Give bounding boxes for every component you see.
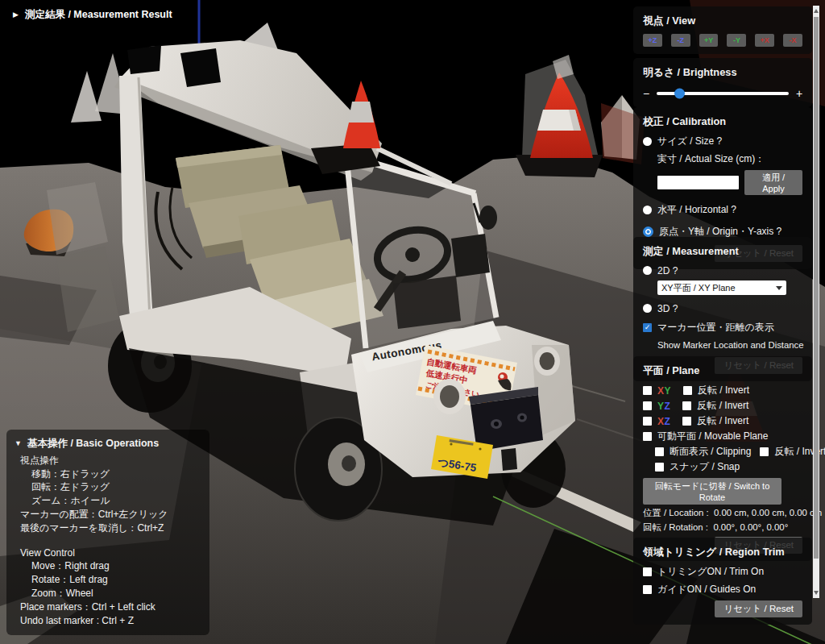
- axis-y-letter: Y: [657, 401, 665, 412]
- basic-operations-title: 基本操作 / Basic Operations: [27, 437, 159, 451]
- side-mirror: [479, 206, 497, 230]
- trim-on-label: トリミングON / Trim On: [657, 565, 764, 579]
- rotation-label: 回転 / Rotation :: [643, 522, 708, 532]
- plane-xy-checkbox[interactable]: [643, 386, 652, 395]
- basic-operations-toggle[interactable]: ▼ 基本操作 / Basic Operations: [15, 437, 201, 451]
- view-minus-z-button[interactable]: -Z: [671, 34, 690, 47]
- guides-on-checkbox[interactable]: [643, 585, 652, 594]
- switch-rotate-button[interactable]: 回転モードに切替 / Switch to Rotate: [643, 478, 781, 505]
- size-radio[interactable]: [643, 137, 652, 146]
- axis-z-letter: Z: [665, 401, 671, 412]
- size-label: サイズ / Size ?: [657, 135, 722, 148]
- plane-select-value: XY平面 / XY Plane: [661, 282, 736, 294]
- plane-xz-label: XZ: [657, 416, 670, 427]
- show-marker-label-ja: マーカー位置・距離の表示: [657, 321, 774, 334]
- axis-x-letter: X: [657, 416, 665, 427]
- horizontal-radio[interactable]: [643, 206, 652, 214]
- plane-select[interactable]: XY平面 / XY Plane: [657, 280, 786, 295]
- region-trim-panel: 領域トリミング / Region Trim トリミングON / Trim On …: [633, 538, 812, 625]
- ops-item: Zoom：Wheel: [15, 587, 201, 600]
- axis-y-letter: Y: [665, 385, 672, 397]
- apply-button[interactable]: 適用 / Apply: [744, 170, 802, 195]
- ops-item: ズーム：ホイール: [15, 494, 201, 508]
- roof-mesh-hole: [180, 48, 221, 87]
- measure-3d-label: 3D ?: [657, 303, 678, 314]
- measurement-result-toggle[interactable]: ▶ 測定結果 / Measurement Result: [13, 8, 172, 22]
- ops-item: 移動：右ドラッグ: [15, 467, 201, 481]
- axis-z-letter: Z: [665, 416, 671, 427]
- movable-plane-label: 可動平面 / Movable Plane: [657, 430, 768, 443]
- movable-invert-checkbox[interactable]: [760, 447, 769, 456]
- expanded-arrow-icon: ▼: [15, 437, 22, 451]
- measure-2d-label: 2D ?: [657, 265, 678, 276]
- headlight-left: [433, 379, 466, 414]
- scroll-down-icon[interactable]: [814, 591, 819, 595]
- show-marker-checkbox[interactable]: ✓: [643, 323, 652, 332]
- cart-dashboard: [393, 276, 461, 329]
- plane-panel-title: 平面 / Plane: [643, 364, 802, 378]
- ops-item: 最後のマーカーを取消し：Ctrl+Z: [15, 521, 201, 535]
- view-plus-z-button[interactable]: +Z: [643, 34, 662, 47]
- show-marker-label-en: Show Marker Location and Distance: [657, 340, 803, 350]
- sidebar-scrollbar[interactable]: [813, 6, 819, 598]
- ops-group-en: View Control: [15, 546, 201, 560]
- region-reset-button[interactable]: リセット / Reset: [715, 600, 802, 617]
- plane-xz-checkbox[interactable]: [643, 417, 652, 426]
- guides-on-label: ガイドON / Guides On: [657, 583, 756, 596]
- clipping-checkbox[interactable]: [655, 447, 664, 456]
- trim-on-checkbox[interactable]: [643, 567, 652, 576]
- brightness-panel: 明るさ / Brightness − +: [633, 58, 812, 107]
- ops-item: 回転：左ドラッグ: [15, 480, 201, 494]
- brightness-slider[interactable]: [657, 92, 789, 95]
- movable-plane-checkbox[interactable]: [643, 432, 652, 441]
- brightness-minus[interactable]: −: [643, 87, 649, 100]
- view-plus-y-button[interactable]: +Y: [699, 34, 719, 47]
- basic-operations-panel: ▼ 基本操作 / Basic Operations 視点操作 移動：右ドラッグ …: [6, 430, 209, 635]
- ops-item: マーカーの配置：Ctrl+左クリック: [15, 508, 201, 521]
- scroll-up-icon[interactable]: [814, 9, 819, 13]
- app-window: Autonomous 自動運転車両 低速走行: [0, 0, 825, 644]
- actual-size-input[interactable]: [657, 176, 739, 189]
- location-label: 位置 / Location :: [643, 508, 709, 517]
- calibration-panel-title: 校正 / Calibration: [643, 115, 802, 129]
- view-panel-title: 視点 / View: [643, 15, 802, 28]
- measure-2d-radio[interactable]: [643, 266, 652, 275]
- snap-label: スナップ / Snap: [670, 460, 740, 474]
- brightness-panel-title: 明るさ / Brightness: [643, 66, 802, 80]
- view-minus-x-button[interactable]: -X: [783, 34, 802, 47]
- location-value: 0.00 cm, 0.00 cm, 0.00 cm: [714, 508, 822, 517]
- ops-item: Rotate：Left drag: [15, 573, 201, 587]
- ops-item: Place markers：Ctrl + Left click: [15, 600, 201, 614]
- horizontal-label: 水平 / Horizontal ?: [657, 203, 736, 217]
- measurement-result-label: 測定結果 / Measurement Result: [25, 8, 172, 22]
- axis-line-blue: [198, 0, 201, 48]
- ops-item: Move：Right drag: [15, 559, 201, 573]
- plane-yz-invert-checkbox[interactable]: [682, 401, 691, 410]
- plane-yz-checkbox[interactable]: [643, 401, 652, 410]
- brightness-thumb[interactable]: [674, 89, 685, 99]
- view-minus-y-button[interactable]: -Y: [727, 34, 746, 47]
- ops-item: Undo last marker : Ctrl + Z: [15, 614, 201, 628]
- snap-checkbox[interactable]: [655, 463, 664, 472]
- axis-x-letter: X: [657, 385, 665, 397]
- roof-mesh-hole: [127, 45, 161, 74]
- plane-yz-label: YZ: [657, 401, 670, 412]
- brightness-plus[interactable]: +: [796, 87, 802, 100]
- view-panel: 視点 / View +Z -Z +Y -Y +X -X: [633, 6, 812, 54]
- cart-console-box: [451, 234, 490, 277]
- view-plus-x-button[interactable]: +X: [755, 34, 774, 47]
- scrollbar-thumb[interactable]: [814, 17, 819, 559]
- measure-3d-radio[interactable]: [643, 304, 652, 313]
- region-trim-panel-title: 領域トリミング / Region Trim: [643, 546, 802, 559]
- plane-xy-label: XY: [657, 385, 671, 397]
- plane-xy-invert-checkbox[interactable]: [683, 386, 692, 395]
- ops-group-jp: 視点操作: [15, 454, 201, 467]
- invert-label: 反転 / Invert: [697, 414, 748, 428]
- headlight-right: [534, 347, 560, 376]
- measurement-panel-title: 測定 / Measurement: [643, 245, 802, 259]
- origin-yaxis-radio[interactable]: [643, 226, 653, 237]
- clipping-label: 断面表示 / Clipping: [670, 445, 751, 459]
- plane-panel: 平面 / Plane XY 反転 / Invert YZ 反転 / Invert…: [633, 356, 812, 561]
- check-icon: ✓: [645, 324, 651, 331]
- plane-xz-invert-checkbox[interactable]: [682, 417, 691, 426]
